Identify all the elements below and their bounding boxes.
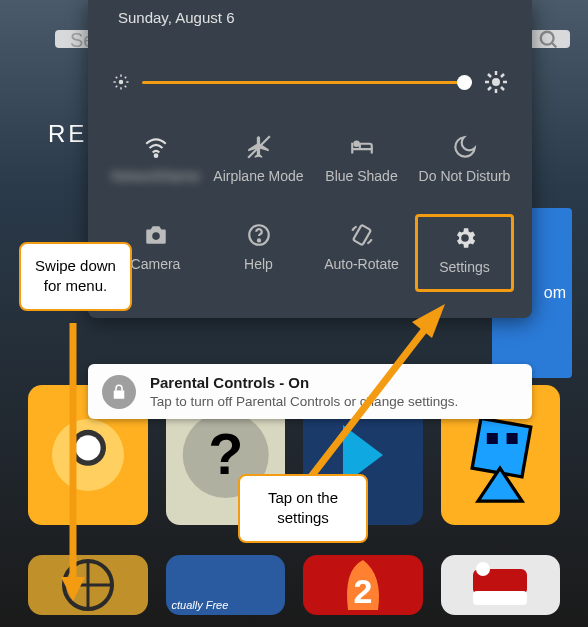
svg-rect-9	[487, 433, 498, 444]
panel-date: Sunday, August 6	[106, 0, 514, 40]
brightness-slider[interactable]	[106, 40, 514, 112]
svg-line-27	[125, 77, 127, 79]
lock-icon	[102, 375, 136, 409]
qs-blue-shade[interactable]: Blue Shade	[312, 126, 411, 204]
airplane-icon	[246, 134, 272, 160]
qs-label: Airplane Mode	[213, 168, 303, 186]
qs-label: NetworkName	[111, 168, 200, 186]
qs-autorotate[interactable]: Auto-Rotate	[312, 214, 411, 292]
arrow-swipe-down	[58, 323, 88, 603]
svg-rect-10	[507, 433, 518, 444]
svg-point-0	[541, 32, 554, 45]
moon-icon	[452, 134, 478, 160]
svg-marker-44	[61, 577, 85, 601]
callout-swipe-down: Swipe down for menu.	[19, 242, 132, 311]
svg-text:?: ?	[208, 422, 243, 486]
svg-marker-46	[412, 304, 445, 338]
qs-help[interactable]: Help	[209, 214, 308, 292]
svg-point-18	[476, 562, 490, 576]
qs-settings[interactable]: Settings	[415, 214, 514, 292]
quick-settings-panel: Sunday, August 6 NetworkName Airplane Mo…	[88, 0, 532, 318]
svg-line-36	[501, 74, 504, 77]
brightness-thumb[interactable]	[457, 75, 472, 90]
qs-wifi[interactable]: NetworkName	[106, 126, 205, 204]
qs-label: Blue Shade	[325, 168, 397, 186]
camera-icon	[143, 222, 169, 248]
brightness-low-icon	[112, 73, 130, 91]
svg-point-37	[154, 154, 157, 157]
svg-line-1	[552, 43, 557, 48]
svg-point-39	[152, 232, 160, 240]
bed-icon	[349, 134, 375, 160]
qs-label: Help	[244, 256, 273, 274]
qs-label: Do Not Disturb	[419, 168, 511, 186]
svg-line-33	[488, 74, 491, 77]
help-icon	[246, 222, 272, 248]
svg-line-34	[501, 87, 504, 90]
svg-point-19	[119, 80, 124, 85]
wifi-icon	[143, 134, 169, 160]
rotate-icon	[349, 222, 375, 248]
svg-line-35	[488, 87, 491, 90]
qs-dnd[interactable]: Do Not Disturb	[415, 126, 514, 204]
app-tile[interactable]: 2	[303, 555, 423, 615]
svg-point-28	[492, 78, 500, 86]
svg-rect-17	[473, 591, 527, 605]
qs-label: Settings	[439, 259, 490, 277]
brightness-high-icon	[484, 70, 508, 94]
app-tile[interactable]: ctually Free	[166, 555, 286, 615]
gear-icon	[452, 225, 478, 251]
qs-airplane[interactable]: Airplane Mode	[209, 126, 308, 204]
brightness-track[interactable]	[142, 81, 472, 84]
parental-title: Parental Controls - On	[150, 374, 309, 391]
callout-tap-settings: Tap on the settings	[238, 474, 368, 543]
qs-label: Auto-Rotate	[324, 256, 399, 274]
svg-line-26	[116, 86, 118, 88]
app-tile[interactable]	[441, 555, 561, 615]
qs-label: Camera	[131, 256, 181, 274]
svg-line-45	[310, 320, 432, 478]
search-icon[interactable]	[538, 29, 560, 55]
svg-text:2: 2	[353, 572, 372, 610]
quick-settings-grid: NetworkName Airplane Mode Blue Shade Do …	[106, 126, 514, 292]
svg-line-25	[125, 86, 127, 88]
svg-point-41	[257, 239, 259, 241]
arrow-to-settings	[300, 298, 460, 488]
svg-line-24	[116, 77, 118, 79]
